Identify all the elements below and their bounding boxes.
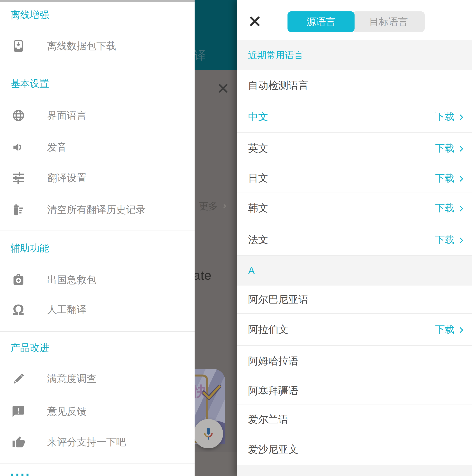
- download-link[interactable]: 下载: [435, 233, 462, 246]
- language-label: 法文: [248, 233, 268, 247]
- language-row-irish[interactable]: 爱尔兰语: [237, 405, 472, 434]
- download-link[interactable]: 下载: [435, 142, 462, 155]
- language-row-chinese[interactable]: 中文 下载: [237, 101, 472, 133]
- download-label: 下载: [435, 142, 462, 155]
- language-row-azerbaijani[interactable]: 阿塞拜疆语: [237, 377, 472, 405]
- recent-heading-label: 近期常用语言: [248, 49, 303, 61]
- download-label: 下载: [435, 110, 462, 123]
- menu-item-human-translation[interactable]: Ω 人工翻译: [0, 296, 195, 323]
- check-mark-icon: [202, 385, 221, 400]
- language-label: 日文: [248, 171, 268, 185]
- menu-item-label: 离线数据包下载: [47, 39, 116, 52]
- language-row-albanian[interactable]: 阿尔巴尼亚语: [237, 286, 472, 314]
- menu-item-label: 来评分支持一下吧: [47, 435, 126, 449]
- language-label: 阿塞拜疆语: [248, 384, 299, 398]
- menu-item-label: 清空所有翻译历史记录: [47, 203, 146, 216]
- translation-app-screen: 离线增强 离线数据包下载 基本设置 界面语言 发音 翻译设置: [0, 0, 472, 476]
- download-label: 下载: [435, 202, 462, 215]
- thumbs-up-icon: [11, 435, 25, 449]
- letter-label: A: [248, 265, 255, 277]
- language-row-amharic[interactable]: 阿姆哈拉语: [237, 346, 472, 377]
- section-heading-basic: 基本设置: [11, 77, 49, 90]
- download-link[interactable]: 下载: [435, 110, 462, 123]
- menu-item-pronunciation[interactable]: 发音: [0, 134, 195, 161]
- language-list: 自动检测语言 中文 下载 英文 下载 日文 下载 韩文 下载 法文 下载: [237, 70, 472, 476]
- recent-languages-header: 近期常用语言: [237, 40, 472, 70]
- download-link[interactable]: 下载: [435, 172, 462, 185]
- download-label: 下载: [435, 233, 462, 246]
- voice-input-button: [195, 419, 223, 448]
- divider: [0, 67, 195, 67]
- language-label: 英文: [248, 142, 268, 155]
- letter-section-header: A: [237, 256, 472, 286]
- dimmed-underlay: 翻译 更多 ate 快: [195, 0, 237, 476]
- menu-item-label: 出国急救包: [47, 273, 96, 287]
- close-icon[interactable]: [249, 16, 260, 27]
- underlay-bottom-bar: [195, 452, 237, 476]
- section-heading-improve: 产品改进: [11, 341, 49, 354]
- underlay-partial-word: ate: [195, 268, 212, 283]
- feedback-icon: [11, 404, 25, 418]
- underlay-more-link: 更多: [199, 200, 226, 213]
- language-picker-panel: 目标语言 源语言 近期常用语言 自动检测语言 中文 下载 英文 下载 日文 下载: [237, 0, 472, 476]
- language-row-japanese[interactable]: 日文 下载: [237, 164, 472, 192]
- language-row-estonian[interactable]: 爱沙尼亚文: [237, 434, 472, 465]
- menu-item-label: 满意度调查: [47, 372, 96, 385]
- language-label: 韩文: [248, 201, 268, 215]
- menu-item-label: 发音: [47, 141, 67, 154]
- language-label: 自动检测语言: [248, 79, 308, 92]
- menu-item-rate-app[interactable]: 来评分支持一下吧: [0, 428, 195, 456]
- download-label: 下载: [435, 172, 462, 185]
- underlay-close-icon: [218, 83, 228, 93]
- download-label: 下载: [435, 323, 462, 336]
- language-row-korean[interactable]: 韩文 下载: [237, 192, 472, 224]
- language-row-arabic[interactable]: 阿拉伯文 下载: [237, 314, 472, 346]
- app-header-underlay: 翻译: [195, 0, 237, 70]
- speaker-icon: [11, 140, 25, 154]
- menu-item-travel-kit[interactable]: 出国急救包: [0, 266, 195, 293]
- more-label: 更多: [199, 200, 218, 213]
- language-label: 爱尔兰语: [248, 413, 288, 426]
- status-bar: [0, 0, 195, 2]
- menu-item-interface-language[interactable]: 界面语言: [0, 102, 195, 129]
- divider: [0, 231, 195, 231]
- language-label: 阿拉伯文: [248, 323, 288, 336]
- trash-sweep-icon: [11, 203, 25, 217]
- divider: [0, 331, 195, 332]
- language-label: 阿尔巴尼亚语: [248, 293, 308, 306]
- menu-item-feedback[interactable]: 意见反馈: [0, 398, 195, 425]
- language-label: 中文: [248, 110, 268, 124]
- menu-item-satisfaction-survey[interactable]: 满意度调查: [0, 365, 195, 392]
- download-link[interactable]: 下载: [435, 323, 462, 336]
- language-row-auto-detect[interactable]: 自动检测语言: [237, 70, 472, 101]
- download-link[interactable]: 下载: [435, 202, 462, 215]
- language-row-french[interactable]: 法文 下载: [237, 224, 472, 256]
- divider: [0, 463, 195, 463]
- header-tab-partial-label: 翻译: [195, 48, 206, 64]
- section-heading-assist: 辅助功能: [11, 241, 49, 255]
- menu-item-label: 人工翻译: [47, 303, 86, 316]
- person-icon: Ω: [11, 303, 25, 317]
- tab-target-language[interactable]: 目标语言: [352, 11, 425, 32]
- menu-item-label: 翻译设置: [47, 171, 86, 185]
- globe-icon: [11, 108, 25, 122]
- menu-item-label: 意见反馈: [47, 405, 86, 418]
- pencil-icon: [11, 372, 25, 386]
- menu-item-clear-history[interactable]: 清空所有翻译历史记录: [0, 196, 195, 223]
- language-label: 爱沙尼亚文: [248, 443, 299, 456]
- menu-item-offline-download[interactable]: 离线数据包下载: [0, 33, 195, 60]
- download-box-icon: [11, 39, 25, 53]
- clipped-section-heading: [11, 474, 29, 476]
- menu-item-label: 界面语言: [47, 109, 86, 122]
- settings-drawer: 离线增强 离线数据包下载 基本设置 界面语言 发音 翻译设置: [0, 0, 195, 476]
- next-section-band: [237, 465, 472, 476]
- language-tabs: 目标语言 源语言: [287, 11, 425, 32]
- microphone-icon: [201, 426, 216, 441]
- first-aid-kit-icon: [11, 273, 25, 287]
- language-label: 阿姆哈拉语: [248, 354, 299, 368]
- tab-source-language[interactable]: 源语言: [287, 11, 354, 32]
- sliders-icon: [11, 171, 25, 185]
- menu-item-translate-settings[interactable]: 翻译设置: [0, 164, 195, 191]
- language-row-english[interactable]: 英文 下载: [237, 133, 472, 164]
- section-heading-offline: 离线增强: [11, 8, 49, 21]
